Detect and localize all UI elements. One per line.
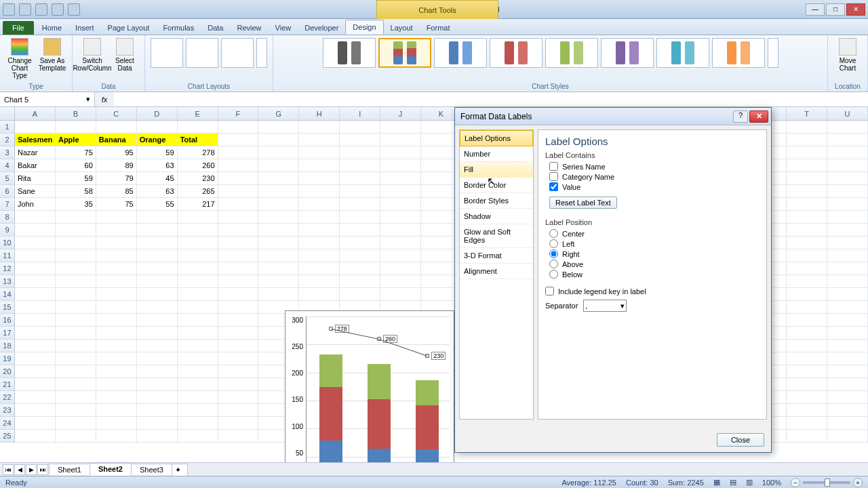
zoom-slider[interactable]: [803, 481, 850, 484]
nav-shadow[interactable]: Shadow: [460, 209, 533, 224]
chart-style-8[interactable]: [712, 38, 765, 68]
chart-style-4[interactable]: [490, 38, 542, 68]
table-cell[interactable]: 85: [96, 185, 137, 198]
checkbox-value[interactable]: Value: [549, 182, 760, 191]
table-header[interactable]: Banana: [96, 134, 137, 146]
col-A[interactable]: A: [15, 107, 56, 120]
radio-above[interactable]: Above: [549, 260, 760, 268]
zoom-control[interactable]: − +: [791, 478, 863, 487]
tab-developer[interactable]: Developer: [298, 21, 345, 35]
sheet-tab-1[interactable]: Sheet1: [49, 464, 90, 475]
dialog-titlebar[interactable]: Format Data Labels ? ✕: [455, 108, 771, 125]
sheet-tab-2[interactable]: Sheet2: [90, 463, 132, 476]
table-cell[interactable]: 59: [56, 172, 96, 185]
table-cell[interactable]: 63: [137, 185, 178, 198]
nav-fill[interactable]: Fill: [460, 162, 533, 178]
table-cell[interactable]: John: [15, 198, 56, 211]
nav-label-options[interactable]: Label Options: [460, 130, 533, 146]
tab-home[interactable]: Home: [35, 21, 68, 35]
col-E[interactable]: E: [178, 107, 218, 120]
fx-icon[interactable]: fx: [95, 92, 114, 106]
col-D[interactable]: D: [137, 107, 178, 120]
tab-format[interactable]: Format: [420, 21, 457, 35]
table-cell[interactable]: Rita: [15, 172, 56, 185]
file-tab[interactable]: File: [3, 21, 34, 35]
table-cell[interactable]: 75: [56, 146, 96, 159]
radio-below[interactable]: Below: [549, 270, 760, 279]
tab-nav-next[interactable]: ▶: [26, 464, 37, 475]
select-data-button[interactable]: Select Data: [111, 38, 139, 72]
view-page-layout-icon[interactable]: ▤: [730, 478, 736, 487]
chart-style-7[interactable]: [656, 38, 709, 68]
table-cell[interactable]: 217: [178, 198, 218, 211]
table-cell[interactable]: 35: [56, 198, 96, 211]
tab-review[interactable]: Review: [230, 21, 268, 35]
chart-style-1[interactable]: [323, 38, 376, 68]
table-cell[interactable]: 59: [137, 146, 178, 159]
nav-border-color[interactable]: Border Color: [460, 178, 533, 193]
excel-icon[interactable]: [3, 3, 15, 16]
embedded-chart[interactable]: 050100150200250300 278260230 NazarBakarR…: [285, 310, 454, 462]
col-B[interactable]: B: [56, 107, 96, 120]
table-cell[interactable]: Nazar: [15, 146, 56, 159]
chart-layout-1[interactable]: [151, 38, 183, 68]
dialog-close-x[interactable]: ✕: [749, 110, 768, 123]
name-box[interactable]: Chart 5▾: [0, 92, 95, 106]
table-cell[interactable]: Bakar: [15, 159, 56, 172]
checkbox-category-name[interactable]: Category Name: [549, 172, 760, 181]
change-chart-type-button[interactable]: Change Chart Type: [5, 38, 34, 79]
table-header[interactable]: Orange: [137, 134, 178, 146]
chart-layouts-more[interactable]: [256, 38, 267, 68]
table-header[interactable]: Salesmen: [15, 134, 56, 146]
radio-right[interactable]: Right: [549, 249, 760, 258]
print-icon[interactable]: [68, 3, 80, 16]
table-cell[interactable]: 55: [137, 198, 178, 211]
chart-style-3[interactable]: [434, 38, 487, 68]
tab-insert[interactable]: Insert: [68, 21, 101, 35]
table-cell[interactable]: 265: [178, 185, 218, 198]
table-cell[interactable]: 75: [96, 198, 137, 211]
dialog-help-button[interactable]: ?: [733, 110, 748, 123]
radio-left[interactable]: Left: [549, 239, 760, 248]
tab-nav-first[interactable]: ⏮: [3, 464, 14, 475]
chart-plot-area[interactable]: 278260230: [306, 317, 450, 462]
table-cell[interactable]: 58: [56, 185, 96, 198]
tab-formulas[interactable]: Formulas: [156, 21, 201, 35]
chart-style-6[interactable]: [601, 38, 654, 68]
table-cell[interactable]: 89: [96, 159, 137, 172]
close-button[interactable]: Close: [717, 433, 764, 447]
save-icon[interactable]: [19, 3, 31, 16]
separator-dropdown[interactable]: ,▾: [583, 300, 627, 312]
nav-border-styles[interactable]: Border Styles: [460, 193, 533, 209]
chevron-down-icon[interactable]: ▾: [86, 95, 90, 104]
close-window-button[interactable]: ✕: [846, 3, 865, 16]
table-header[interactable]: Total: [178, 134, 218, 146]
nav-3d-format[interactable]: 3-D Format: [460, 248, 533, 264]
zoom-level[interactable]: 100%: [762, 479, 781, 487]
table-cell[interactable]: 45: [137, 172, 178, 185]
col-C[interactable]: C: [96, 107, 137, 120]
col-H[interactable]: H: [299, 107, 340, 120]
redo-icon[interactable]: [52, 3, 64, 16]
nav-alignment[interactable]: Alignment: [460, 264, 533, 279]
col-J[interactable]: J: [380, 107, 421, 120]
checkbox-series-name[interactable]: Series Name: [549, 162, 760, 171]
tab-nav-last[interactable]: ⏭: [37, 464, 48, 475]
table-header[interactable]: Apple: [56, 134, 96, 146]
radio-center[interactable]: Center: [549, 229, 760, 238]
reset-label-text-button[interactable]: Reset Label Text: [549, 197, 617, 209]
col-G[interactable]: G: [258, 107, 299, 120]
move-chart-button[interactable]: Move Chart: [833, 38, 862, 72]
col-F[interactable]: F: [218, 107, 259, 120]
minimize-button[interactable]: —: [806, 3, 825, 16]
table-cell[interactable]: 60: [56, 159, 96, 172]
tab-data[interactable]: Data: [201, 21, 230, 35]
tab-design[interactable]: Design: [345, 20, 383, 35]
chart-style-5[interactable]: [545, 38, 598, 68]
view-normal-icon[interactable]: ▦: [713, 478, 720, 487]
col-I[interactable]: I: [340, 107, 380, 120]
table-cell[interactable]: 278: [178, 146, 218, 159]
chart-layout-3[interactable]: [221, 38, 254, 68]
chart-styles-more[interactable]: [768, 38, 778, 68]
undo-icon[interactable]: [35, 3, 47, 16]
